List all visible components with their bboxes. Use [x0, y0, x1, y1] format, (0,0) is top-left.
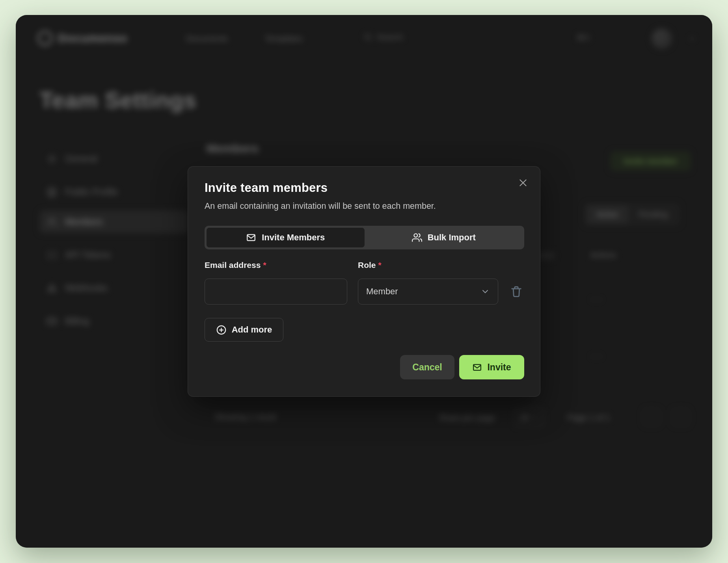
plus-circle-icon	[216, 325, 227, 335]
users-icon	[412, 232, 422, 243]
required-asterisk: *	[263, 260, 266, 269]
tab-label: Invite Members	[262, 232, 325, 243]
email-address-label: Email address*	[205, 260, 266, 270]
tab-invite-members[interactable]: Invite Members	[206, 227, 365, 248]
add-more-label: Add more	[232, 325, 272, 335]
invite-button-label: Invite	[487, 362, 511, 373]
close-icon[interactable]	[518, 178, 528, 188]
trash-icon[interactable]	[510, 285, 523, 298]
dialog-title: Invite team members	[205, 181, 328, 195]
email-address-input[interactable]	[205, 279, 347, 305]
chevron-down-icon	[480, 287, 490, 296]
invite-team-members-dialog: Invite team members An email containing …	[188, 166, 540, 397]
role-label: Role*	[358, 260, 382, 270]
screenshot-canvas: Documenso Documents Templates Search ⌘K …	[0, 0, 728, 563]
invite-button[interactable]: Invite	[459, 355, 524, 379]
tab-label: Bulk Import	[428, 232, 476, 243]
required-asterisk: *	[378, 260, 382, 269]
add-more-button[interactable]: Add more	[205, 318, 283, 342]
tab-bulk-import[interactable]: Bulk Import	[365, 227, 523, 248]
role-select-value: Member	[366, 286, 398, 297]
mail-icon	[246, 232, 256, 243]
cancel-button[interactable]: Cancel	[400, 355, 454, 379]
dialog-description: An email containing an invitation will b…	[205, 201, 436, 211]
invite-mode-tabs: Invite Members Bulk Import	[205, 226, 524, 249]
role-select[interactable]: Member	[358, 279, 498, 305]
mail-icon	[472, 362, 482, 372]
